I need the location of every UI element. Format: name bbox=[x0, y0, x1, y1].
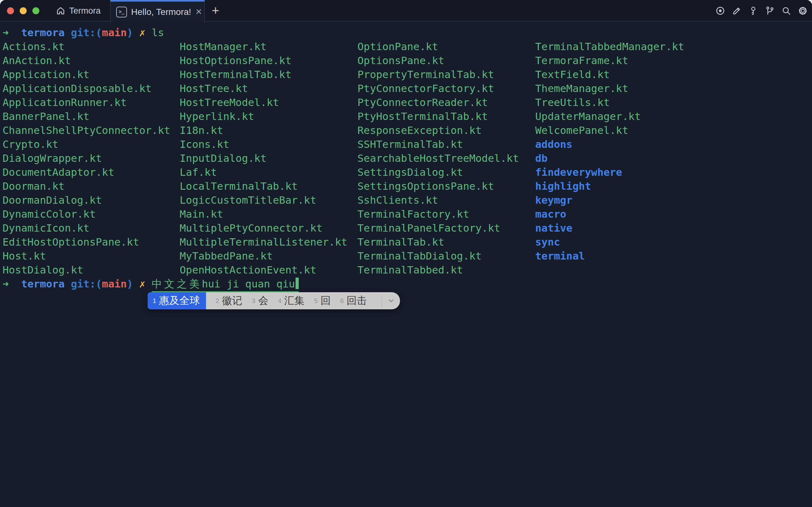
edit-icon[interactable] bbox=[732, 6, 742, 15]
candidate-text: 徽记 bbox=[222, 294, 242, 308]
terminal-caret bbox=[295, 278, 299, 289]
ls-column-2: HostManager.ktHostOptionsPane.ktHostTerm… bbox=[180, 40, 347, 277]
terminal-viewport[interactable]: ➜ termora git:(main) ✗ ls Actions.ktAnAc… bbox=[3, 26, 812, 507]
file-entry: Application.kt bbox=[3, 68, 170, 81]
tab-title: Hello, Termora! bbox=[131, 7, 191, 17]
close-window-button[interactable] bbox=[7, 7, 14, 14]
git-branch-icon[interactable] bbox=[765, 6, 774, 15]
file-entry: HostDialog.kt bbox=[3, 263, 170, 277]
toolbar bbox=[715, 0, 808, 21]
file-entry: InputDialog.kt bbox=[180, 151, 347, 165]
file-entry: TerminalPanelFactory.kt bbox=[358, 221, 519, 235]
file-entry: Crypto.kt bbox=[3, 137, 170, 151]
file-entry: PtyConnectorReader.kt bbox=[358, 96, 519, 109]
git-branch-name: main bbox=[102, 278, 127, 290]
record-icon[interactable] bbox=[715, 6, 725, 15]
traffic-lights bbox=[7, 7, 39, 14]
file-entry: HostManager.kt bbox=[180, 40, 347, 54]
settings-icon[interactable] bbox=[798, 6, 808, 15]
file-entry: HostOptionsPane.kt bbox=[180, 54, 347, 68]
file-entry: ChannelShellPtyConnector.kt bbox=[3, 123, 170, 137]
file-entry: Icons.kt bbox=[180, 137, 347, 151]
ime-candidate-bar: 1惠及全球2徽记3会4汇集5回6回击 bbox=[148, 292, 400, 309]
file-entry: LogicCustomTitleBar.kt bbox=[180, 193, 347, 207]
file-entry: TerminalTabbedManager.kt bbox=[535, 40, 685, 54]
git-suffix: ) bbox=[127, 278, 139, 290]
file-entry: I18n.kt bbox=[180, 123, 347, 137]
ls-column-1: Actions.ktAnAction.ktApplication.ktAppli… bbox=[3, 40, 170, 277]
git-dirty-flag: ✗ bbox=[139, 278, 152, 290]
file-entry: TerminalTabbed.kt bbox=[358, 263, 519, 277]
file-entry: TerminalTab.kt bbox=[358, 235, 519, 249]
prompt-line-1: ➜ termora git:(main) ✗ ls bbox=[3, 26, 812, 40]
ime-candidate[interactable]: 3会 bbox=[252, 294, 268, 308]
candidate-index: 2 bbox=[216, 297, 219, 304]
git-suffix: ) bbox=[127, 26, 139, 39]
ime-candidate[interactable]: 6回击 bbox=[340, 294, 367, 308]
ime-candidate-selected[interactable]: 1惠及全球 bbox=[148, 292, 206, 309]
candidate-index: 6 bbox=[340, 297, 344, 304]
ls-column-4: TerminalTabbedManager.ktTermoraFrame.ktT… bbox=[535, 40, 685, 263]
ime-candidate-list: 1惠及全球2徽记3会4汇集5回6回击 bbox=[148, 292, 367, 309]
file-entry: ApplicationDisposable.kt bbox=[3, 81, 170, 96]
tab-close-icon[interactable]: ✕ bbox=[195, 7, 202, 17]
file-entry: MultiplePtyConnector.kt bbox=[180, 221, 347, 235]
file-entry: UpdaterManager.kt bbox=[535, 109, 685, 123]
prompt-cwd: termora bbox=[21, 26, 65, 39]
file-entry: TerminalFactory.kt bbox=[358, 207, 519, 221]
file-entry: BannerPanel.kt bbox=[3, 109, 170, 123]
file-entry: TreeUtils.kt bbox=[535, 96, 685, 109]
tab-hello-termora[interactable]: >_ Hello, Termora! ✕ bbox=[110, 0, 205, 22]
file-entry: ResponseException.kt bbox=[358, 123, 519, 137]
file-entry: Host.kt bbox=[3, 249, 170, 263]
candidate-text: 回 bbox=[321, 294, 331, 308]
chevron-down-icon[interactable] bbox=[382, 292, 400, 309]
prompt-line-2: ➜ termora git:(main) ✗ 中文之美hui ji quan q… bbox=[3, 277, 299, 291]
file-entry: PropertyTerminalTab.kt bbox=[358, 68, 519, 81]
candidate-text: 汇集 bbox=[284, 294, 305, 308]
git-dirty-flag: ✗ bbox=[139, 26, 152, 39]
prompt-arrow: ➜ bbox=[3, 26, 21, 39]
file-entry: MultipleTerminalListener.kt bbox=[180, 235, 347, 249]
file-entry: ApplicationRunner.kt bbox=[3, 96, 170, 109]
candidate-index: 4 bbox=[278, 297, 281, 304]
dir-entry: native bbox=[535, 221, 685, 235]
git-branch-name: main bbox=[102, 26, 127, 39]
dir-entry: keymgr bbox=[535, 193, 685, 207]
ime-candidate[interactable]: 4汇集 bbox=[278, 294, 305, 308]
file-entry: DialogWrapper.kt bbox=[3, 151, 170, 165]
ls-column-3: OptionPane.ktOptionsPane.ktPropertyTermi… bbox=[358, 40, 519, 277]
file-entry: AnAction.kt bbox=[3, 54, 170, 68]
new-tab-button[interactable]: + bbox=[208, 3, 223, 18]
file-entry: DynamicIcon.kt bbox=[3, 221, 170, 235]
ime-expand-area bbox=[382, 292, 400, 309]
file-entry: PtyHostTerminalTab.kt bbox=[358, 109, 519, 123]
minimize-window-button[interactable] bbox=[20, 7, 27, 14]
file-entry: LocalTerminalTab.kt bbox=[180, 179, 347, 193]
file-entry: Hyperlink.kt bbox=[180, 109, 347, 123]
candidate-text: 回击 bbox=[347, 294, 367, 308]
file-entry: SearchableHostTreeModel.kt bbox=[358, 151, 519, 165]
home-icon bbox=[56, 6, 65, 15]
dir-entry: findeverywhere bbox=[535, 165, 685, 179]
file-entry: PtyConnectorFactory.kt bbox=[358, 81, 519, 96]
file-entry: SSHTerminalTab.kt bbox=[358, 137, 519, 151]
file-entry: OptionsPane.kt bbox=[358, 54, 519, 68]
search-icon[interactable] bbox=[781, 6, 791, 15]
file-entry: Laf.kt bbox=[180, 165, 347, 179]
zoom-window-button[interactable] bbox=[33, 7, 39, 14]
home-nav[interactable]: Termora bbox=[56, 0, 101, 21]
key-icon[interactable] bbox=[749, 6, 758, 15]
file-entry: EditHostOptionsPane.kt bbox=[3, 235, 170, 249]
candidate-index: 5 bbox=[314, 297, 318, 304]
ime-candidate[interactable]: 2徽记 bbox=[216, 294, 242, 308]
terminal-icon: >_ bbox=[116, 7, 127, 17]
git-prefix: git:( bbox=[71, 278, 102, 290]
file-entry: WelcomePanel.kt bbox=[535, 123, 685, 137]
file-entry: SettingsDialog.kt bbox=[358, 165, 519, 179]
candidate-index: 1 bbox=[153, 297, 156, 304]
prompt-space bbox=[65, 278, 71, 290]
ime-composition-text: 中文之美hui ji quan qiu bbox=[152, 278, 299, 292]
ime-candidate[interactable]: 5回 bbox=[314, 294, 331, 308]
dir-entry: sync bbox=[535, 235, 685, 249]
